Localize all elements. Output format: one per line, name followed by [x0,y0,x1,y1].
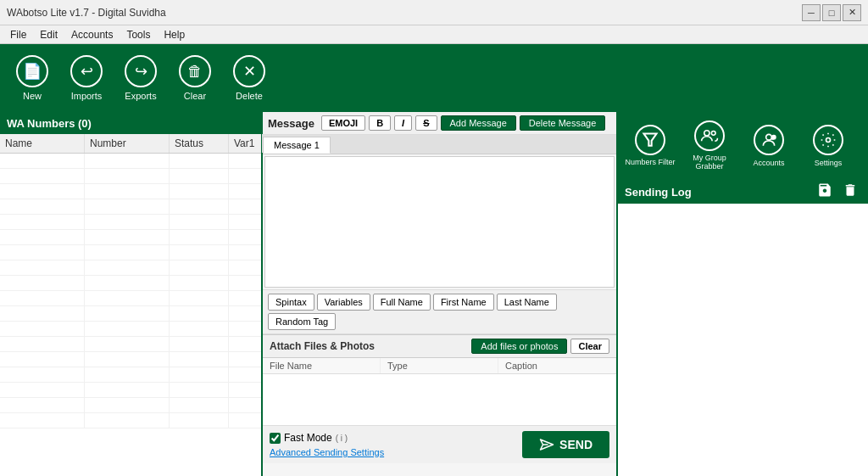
message-area [264,156,615,288]
group-grabber-icon [694,120,725,151]
minimize-button[interactable]: ─ [802,4,821,21]
attach-clear-button[interactable]: Clear [570,339,609,354]
message-toolbar: Message EMOJI B I S Add Message Delete M… [263,112,616,135]
main-toolbar: 📄 New ↩ Imports ↪ Exports 🗑 Clear ✕ Dele… [0,44,868,112]
new-icon: 📄 [16,55,48,87]
col-filename: File Name [263,358,381,373]
table-row [0,276,261,291]
table-row [0,245,261,260]
attach-header-buttons: Add files or photos Clear [471,339,609,354]
fast-mode-checkbox[interactable] [270,433,281,444]
table-row [0,337,261,352]
table-row [0,230,261,245]
right-toolbar: Numbers Filter My Group Grabber [618,112,868,180]
send-icon [539,438,554,451]
table-row [0,352,261,367]
title-bar: WAbotso Lite v1.7 - Digital Suvidha ─ □ … [0,0,868,25]
wa-numbers-table-header: Name Number Status Var1 [0,134,261,154]
svg-point-1 [704,131,709,136]
fullname-button[interactable]: Full Name [373,294,431,311]
table-row [0,367,261,383]
delete-icon: ✕ [233,55,265,87]
table-row [0,154,261,169]
firstname-button[interactable]: First Name [433,294,494,311]
new-button[interactable]: 📄 New [7,49,58,107]
attach-table-body [263,374,616,425]
table-row [0,413,261,428]
randomtag-button[interactable]: Random Tag [268,313,336,330]
table-row [0,199,261,215]
main-body: WA Numbers (0) Name Number Status Var1 [0,112,868,476]
wa-numbers-table-body [0,154,261,476]
table-row [0,398,261,413]
save-log-button[interactable] [814,181,836,203]
attach-header: Attach Files & Photos Add files or photo… [263,335,616,358]
add-files-button[interactable]: Add files or photos [471,339,567,354]
fast-mode-hint: ( i ) [336,434,348,443]
delete-icon [843,182,858,198]
message-tabs: Message 1 [263,135,616,154]
svg-marker-0 [644,134,657,146]
lastname-button[interactable]: Last Name [497,294,557,311]
sending-log-body [618,204,868,476]
svg-point-3 [766,134,772,140]
settings-button[interactable]: Settings [799,117,857,175]
table-row [0,169,261,184]
table-row [0,184,261,199]
col-type: Type [381,358,498,373]
exports-icon: ↪ [125,55,157,87]
variables-button[interactable]: Variables [317,294,370,311]
delete-log-button[interactable] [839,181,861,203]
strikethrough-button[interactable]: S [415,115,437,131]
group-grabber-button[interactable]: My Group Grabber [681,117,738,175]
italic-button[interactable]: I [394,115,412,131]
message-label: Message [268,117,314,130]
menu-help[interactable]: Help [157,27,192,42]
wa-numbers-panel: WA Numbers (0) Name Number Status Var1 [0,112,263,476]
attach-title: Attach Files & Photos [270,340,375,352]
col-status: Status [170,134,229,153]
message-panel: Message EMOJI B I S Add Message Delete M… [263,112,618,476]
delete-message-button[interactable]: Delete Message [520,115,606,131]
bold-button[interactable]: B [369,115,391,131]
table-row [0,260,261,276]
menu-tools[interactable]: Tools [120,27,157,42]
numbers-filter-button[interactable]: Numbers Filter [621,117,679,175]
accounts-button[interactable]: + Accounts [740,117,798,175]
exports-button[interactable]: ↪ Exports [115,49,166,107]
col-caption: Caption [498,358,616,373]
table-row [0,215,261,230]
wa-numbers-header: WA Numbers (0) [0,112,261,134]
tab-message1[interactable]: Message 1 [263,137,331,154]
delete-button[interactable]: ✕ Delete [224,49,275,107]
add-message-button[interactable]: Add Message [441,115,516,131]
clear-icon: 🗑 [179,55,211,87]
menu-file[interactable]: File [3,27,33,42]
emoji-button[interactable]: EMOJI [321,115,365,131]
send-button[interactable]: SEND [522,431,609,458]
close-button[interactable]: ✕ [843,4,861,21]
clear-button[interactable]: 🗑 Clear [170,49,220,107]
window-controls: ─ □ ✕ [802,4,861,21]
advanced-sending-link[interactable]: Advanced Sending Settings [270,447,384,457]
table-row [0,306,261,322]
imports-button[interactable]: ↩ Imports [61,49,112,107]
attach-table-header: File Name Type Caption [263,358,616,374]
maximize-button[interactable]: □ [822,4,841,21]
attach-section: Attach Files & Photos Add files or photo… [263,334,616,425]
message-input[interactable] [265,157,614,287]
table-row [0,383,261,398]
fast-mode-label: Fast Mode [284,432,332,444]
menu-accounts[interactable]: Accounts [64,27,120,42]
app-title: WAbotso Lite v1.7 - Digital Suvidha [7,7,166,19]
svg-point-6 [826,138,831,143]
table-row [0,291,261,306]
menu-edit[interactable]: Edit [33,27,64,42]
save-icon [817,182,832,198]
table-row [0,322,261,337]
numbers-filter-icon [635,125,665,155]
col-number: Number [85,134,170,153]
right-panel: Numbers Filter My Group Grabber [618,112,868,476]
app-content: 📄 New ↩ Imports ↪ Exports 🗑 Clear ✕ Dele… [0,44,868,476]
spintax-button[interactable]: Spintax [268,294,314,311]
